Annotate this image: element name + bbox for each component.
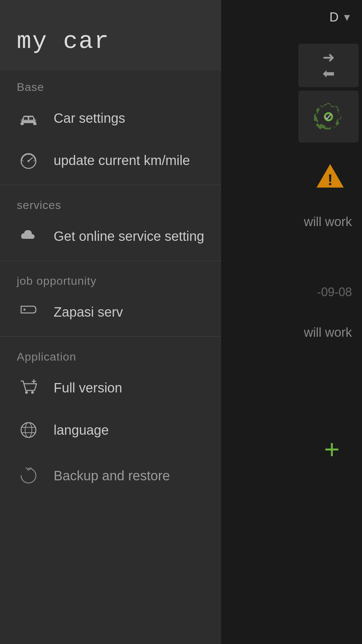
svg-rect-3 — [33, 122, 37, 125]
svg-rect-5 — [29, 117, 33, 120]
menu-item-language[interactable]: language — [0, 409, 221, 451]
svg-rect-6 — [20, 120, 37, 120]
online-service-label: Get online service setting — [54, 229, 204, 244]
svg-point-20 — [25, 423, 32, 437]
language-label: language — [54, 423, 109, 438]
svg-point-14 — [23, 309, 25, 311]
will-work-text-1: will work — [304, 215, 352, 229]
drawer-header: my car — [0, 0, 221, 70]
navigation-drawer: my car Base Car settings — [0, 0, 221, 644]
speedometer-icon — [17, 149, 40, 172]
drawer-body: Base Car settings — [0, 70, 221, 644]
zapasi-label: Zapasi serv — [54, 305, 123, 320]
section-label-application: Application — [0, 340, 221, 367]
full-version-label: Full version — [54, 380, 122, 395]
menu-item-backup[interactable]: Backup and restore — [0, 454, 221, 497]
add-button[interactable]: + — [318, 436, 345, 463]
top-dropdown[interactable]: D ▼ — [329, 10, 352, 24]
backup-icon — [17, 464, 40, 487]
globe-icon — [17, 418, 40, 442]
section-label-base: Base — [0, 70, 221, 97]
tag-icon — [17, 300, 40, 324]
car-settings-label: Car settings — [54, 111, 125, 126]
svg-point-16 — [31, 391, 34, 394]
right-panel: D ▼ ➜ ⬅ ! — [211, 0, 362, 644]
svg-text:!: ! — [327, 171, 333, 189]
svg-point-19 — [21, 423, 36, 437]
svg-rect-4 — [24, 117, 28, 120]
backup-label: Backup and restore — [54, 468, 170, 483]
date-text: -09-08 — [317, 285, 352, 299]
arrow-left-icon: ⬅ — [322, 66, 335, 81]
gear-box[interactable] — [298, 91, 359, 143]
section-label-services: services — [0, 189, 221, 215]
nav-arrows-box[interactable]: ➜ ⬅ — [298, 44, 359, 87]
arrows-container: ➜ ⬅ — [322, 50, 335, 81]
app-title: my car — [17, 28, 110, 55]
plus-icon: + — [324, 436, 340, 463]
section-label-job: job opportunity — [0, 264, 221, 291]
divider-2 — [0, 261, 221, 261]
svg-point-15 — [25, 391, 28, 394]
menu-item-car-settings[interactable]: Car settings — [0, 97, 221, 139]
menu-item-full-version[interactable]: Full version — [0, 367, 221, 409]
svg-point-9 — [27, 160, 29, 162]
gear-icon — [313, 102, 344, 132]
car-icon — [17, 106, 40, 130]
dropdown-arrow-icon[interactable]: ▼ — [342, 12, 352, 23]
svg-rect-2 — [20, 122, 24, 125]
menu-item-online-service[interactable]: Get online service setting — [0, 215, 221, 257]
arrow-right-icon: ➜ — [322, 50, 335, 65]
divider-3 — [0, 336, 221, 337]
cart-plus-icon — [17, 376, 40, 399]
divider-1 — [0, 185, 221, 185]
menu-item-zapasi[interactable]: Zapasi serv — [0, 291, 221, 333]
will-work-text-2: will work — [304, 325, 352, 340]
dropdown-label: D — [329, 10, 339, 24]
menu-item-update-km[interactable]: update current km/mile — [0, 139, 221, 181]
download-cloud-icon — [17, 224, 40, 248]
warning-icon: ! — [315, 161, 345, 198]
update-km-label: update current km/mile — [54, 153, 190, 168]
